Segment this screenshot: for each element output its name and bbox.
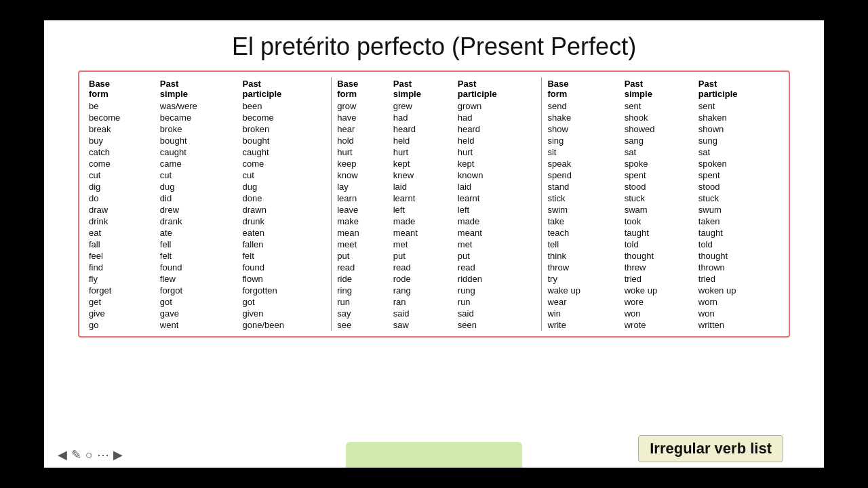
col2-cell-2: had xyxy=(455,112,542,123)
col3-header-past-participle: Pastparticiple xyxy=(696,77,782,100)
col2-cell-2: left xyxy=(455,204,542,216)
col2-cell-2: ridden xyxy=(455,273,542,285)
col2-cell-0: grow xyxy=(332,100,391,112)
col3-cell-2: spent xyxy=(696,169,782,181)
col3-cell-0: sit xyxy=(542,146,622,158)
col3-cell-2: woken up xyxy=(696,285,782,296)
col2-cell-2: seen xyxy=(455,319,542,331)
dots-button[interactable]: ⋯ xyxy=(97,447,109,462)
col3-cell-1: shook xyxy=(622,112,696,123)
irregular-verb-tooltip: Irregular verb list xyxy=(638,435,783,462)
col2-cell-0: put xyxy=(332,250,391,262)
col1-cell-2: got xyxy=(239,296,331,308)
table-row: drawdrewdrawnleaveleftleftswimswamswum xyxy=(86,204,782,216)
col3-cell-1: spent xyxy=(622,169,696,181)
col3-cell-0: tell xyxy=(542,239,622,250)
col3-cell-1: wore xyxy=(622,296,696,308)
col3-cell-1: woke up xyxy=(622,285,696,296)
col2-cell-0: have xyxy=(332,112,391,123)
col1-cell-2: come xyxy=(239,158,331,169)
col3-cell-1: wrote xyxy=(622,319,696,331)
table-row: flyflewflownrideroderiddentrytriedtried xyxy=(86,273,782,285)
col1-cell-1: felt xyxy=(157,250,240,262)
col1-cell-0: feel xyxy=(86,250,157,262)
table-row: findfoundfoundreadreadreadthrowthrewthro… xyxy=(86,262,782,273)
col2-cell-0: make xyxy=(332,216,391,227)
col3-cell-2: won xyxy=(696,308,782,319)
col3-header-past-simple: Pastsimple xyxy=(622,77,696,100)
col3-cell-0: write xyxy=(542,319,622,331)
col1-cell-0: draw xyxy=(86,204,157,216)
col2-cell-0: say xyxy=(332,308,391,319)
col2-cell-0: meet xyxy=(332,239,391,250)
col1-cell-0: fall xyxy=(86,239,157,250)
col3-cell-0: try xyxy=(542,273,622,285)
col3-cell-2: shown xyxy=(696,123,782,135)
col1-cell-0: be xyxy=(86,100,157,112)
table-row: forgetforgotforgottenringrangrungwake up… xyxy=(86,285,782,296)
col2-cell-2: kept xyxy=(455,158,542,169)
col1-cell-2: flown xyxy=(239,273,331,285)
col1-cell-2: become xyxy=(239,112,331,123)
col3-cell-1: thought xyxy=(622,250,696,262)
col1-cell-1: forgot xyxy=(157,285,240,296)
col3-cell-2: sat xyxy=(696,146,782,158)
col2-cell-2: held xyxy=(455,135,542,146)
green-bar xyxy=(346,442,522,468)
col1-cell-2: fallen xyxy=(239,239,331,250)
col2-cell-0: learn xyxy=(332,192,391,204)
col2-cell-1: hurt xyxy=(391,146,455,158)
col1-cell-1: drank xyxy=(157,216,240,227)
col2-cell-1: learnt xyxy=(391,192,455,204)
col3-cell-1: sat xyxy=(622,146,696,158)
col1-cell-1: dug xyxy=(157,181,240,192)
col3-cell-0: stand xyxy=(542,181,622,192)
edit-button[interactable]: ✎ xyxy=(71,447,81,462)
col3-cell-2: swum xyxy=(696,204,782,216)
col2-cell-2: read xyxy=(455,262,542,273)
col2-cell-1: heard xyxy=(391,123,455,135)
col1-cell-1: went xyxy=(157,319,240,331)
table-row: buyboughtboughtholdheldheldsingsangsung xyxy=(86,135,782,146)
col3-cell-2: sent xyxy=(696,100,782,112)
prev-button[interactable]: ◀ xyxy=(58,447,67,462)
col3-cell-0: swim xyxy=(542,204,622,216)
col2-cell-1: knew xyxy=(391,169,455,181)
col2-cell-1: said xyxy=(391,308,455,319)
nav-controls: ◀ ✎ ○ ⋯ ▶ xyxy=(58,447,123,462)
col1-cell-1: flew xyxy=(157,273,240,285)
col2-cell-0: hold xyxy=(332,135,391,146)
col1-cell-1: fell xyxy=(157,239,240,250)
col2-cell-2: said xyxy=(455,308,542,319)
col1-cell-0: eat xyxy=(86,227,157,239)
circle-button[interactable]: ○ xyxy=(85,448,93,462)
table-row: becomebecamebecomehavehadhadshakeshooksh… xyxy=(86,112,782,123)
col1-cell-2: gone/been xyxy=(239,319,331,331)
col2-cell-2: meant xyxy=(455,227,542,239)
col3-header-base: Baseform xyxy=(542,77,622,100)
col2-cell-1: held xyxy=(391,135,455,146)
col1-cell-2: done xyxy=(239,192,331,204)
col3-cell-2: taken xyxy=(696,216,782,227)
col1-cell-2: dug xyxy=(239,181,331,192)
col3-cell-0: take xyxy=(542,216,622,227)
col2-cell-0: lay xyxy=(332,181,391,192)
next-button[interactable]: ▶ xyxy=(113,447,123,462)
col2-cell-1: ran xyxy=(391,296,455,308)
table-row: gowentgone/beenseesawseenwritewrotewritt… xyxy=(86,319,782,331)
col3-cell-2: taught xyxy=(696,227,782,239)
col3-cell-1: swam xyxy=(622,204,696,216)
verb-table-container: Baseform Pastsimple Pastparticiple Basef… xyxy=(78,70,790,338)
col1-cell-1: got xyxy=(157,296,240,308)
col1-cell-1: became xyxy=(157,112,240,123)
table-row: fallfellfallenmeetmetmettelltoldtold xyxy=(86,239,782,250)
col2-cell-2: put xyxy=(455,250,542,262)
table-row: comecamecomekeepkeptkeptspeakspokespoken xyxy=(86,158,782,169)
col3-cell-1: won xyxy=(622,308,696,319)
col3-cell-2: written xyxy=(696,319,782,331)
table-row: cutcutcutknowknewknownspendspentspent xyxy=(86,169,782,181)
col3-cell-2: sung xyxy=(696,135,782,146)
col2-cell-2: made xyxy=(455,216,542,227)
verb-table: Baseform Pastsimple Pastparticiple Basef… xyxy=(86,77,782,331)
col3-cell-1: stood xyxy=(622,181,696,192)
